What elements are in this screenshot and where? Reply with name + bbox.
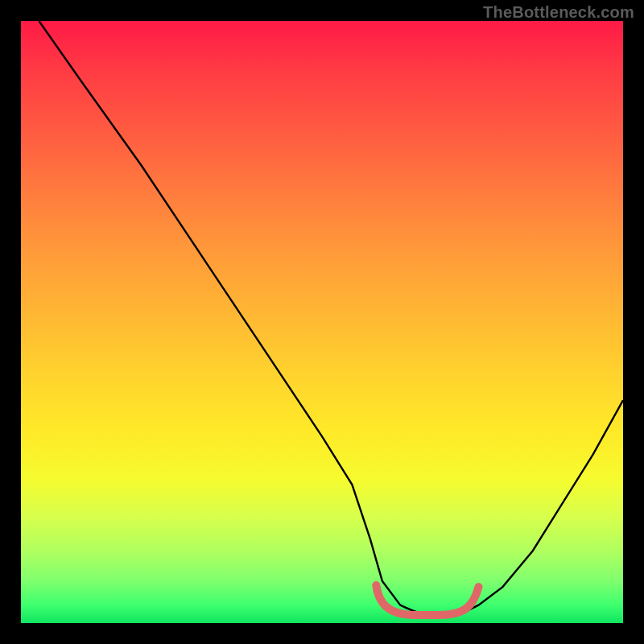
- chart-stage: TheBottleneck.com: [0, 0, 644, 644]
- optimal-range-path: [376, 585, 478, 615]
- plot-area: [21, 21, 623, 623]
- watermark-text: TheBottleneck.com: [483, 3, 634, 22]
- optimal-range-marker: [21, 21, 623, 623]
